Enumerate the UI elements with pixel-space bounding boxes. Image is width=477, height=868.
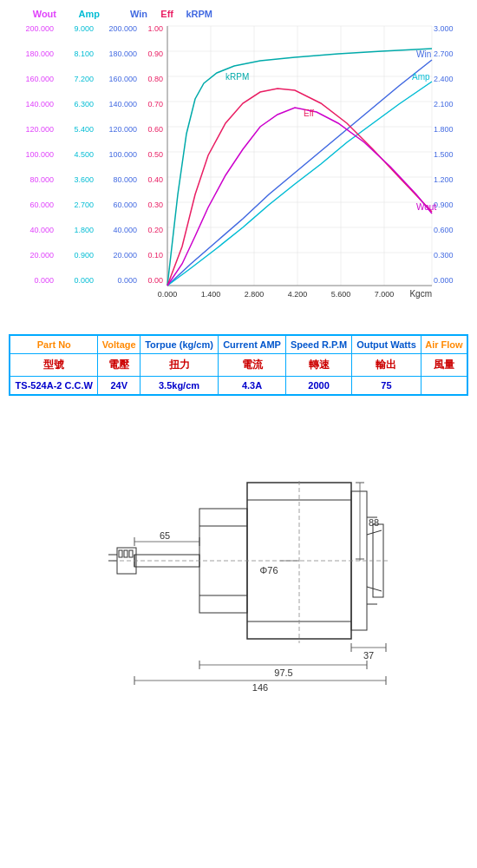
grid bbox=[167, 26, 432, 286]
svg-text:0.80: 0.80 bbox=[147, 75, 163, 83]
chart-svg: 200.000 180.000 160.000 140.000 120.000 … bbox=[9, 21, 468, 314]
svg-rect-96 bbox=[119, 550, 122, 557]
th-airflow: Air Flow bbox=[421, 335, 467, 354]
svg-text:100.000: 100.000 bbox=[25, 150, 54, 159]
diagram-section: 65 88 Φ76 37 97.5 146 bbox=[9, 413, 468, 691]
subh-output: 輸出 bbox=[352, 354, 421, 377]
svg-text:0.000: 0.000 bbox=[158, 290, 178, 299]
subh-current: 電流 bbox=[219, 354, 286, 377]
svg-text:9.000: 9.000 bbox=[74, 24, 94, 33]
dim-97-5: 97.5 bbox=[274, 667, 292, 678]
svg-text:0.000: 0.000 bbox=[74, 276, 94, 285]
svg-text:0.40: 0.40 bbox=[147, 175, 163, 184]
svg-text:200.000: 200.000 bbox=[25, 24, 54, 33]
subh-torque: 扭力 bbox=[140, 354, 218, 377]
svg-text:0.900: 0.900 bbox=[74, 251, 94, 260]
wout-y-labels: 200.000 180.000 160.000 140.000 120.000 … bbox=[25, 24, 54, 285]
td-part-no: TS-524A-2 C.C.W bbox=[10, 377, 98, 396]
svg-text:0.70: 0.70 bbox=[147, 100, 163, 108]
td-voltage: 24V bbox=[98, 377, 140, 396]
svg-text:1.00: 1.00 bbox=[147, 24, 163, 33]
th-torque: Torpue (kg/cm) bbox=[140, 335, 218, 354]
chart-container: Wout Amp Win Eff kRPM 200.000 180.000 16… bbox=[9, 9, 468, 321]
subh-part-no: 型號 bbox=[10, 354, 98, 377]
dim-phi76: Φ76 bbox=[259, 565, 278, 575]
x-axis-label: Kgcm bbox=[409, 289, 432, 299]
td-current: 4.3A bbox=[219, 377, 286, 396]
svg-text:60.000: 60.000 bbox=[113, 201, 137, 209]
svg-text:120.000: 120.000 bbox=[108, 125, 137, 134]
svg-text:2.400: 2.400 bbox=[434, 75, 454, 83]
win-header: Win bbox=[100, 9, 147, 19]
svg-text:4.200: 4.200 bbox=[288, 290, 308, 299]
dim-146: 146 bbox=[252, 682, 268, 691]
eff-header: Eff bbox=[147, 9, 173, 19]
svg-line-86 bbox=[367, 530, 382, 535]
svg-text:5.600: 5.600 bbox=[331, 290, 351, 299]
svg-text:160.000: 160.000 bbox=[108, 75, 137, 83]
svg-text:1.200: 1.200 bbox=[434, 175, 454, 184]
wout-curve bbox=[167, 108, 432, 286]
svg-text:2.800: 2.800 bbox=[245, 290, 265, 299]
svg-text:140.000: 140.000 bbox=[25, 100, 54, 108]
svg-text:180.000: 180.000 bbox=[108, 49, 137, 58]
svg-text:2.100: 2.100 bbox=[434, 100, 454, 108]
svg-text:3.600: 3.600 bbox=[74, 175, 94, 184]
svg-text:0.900: 0.900 bbox=[434, 201, 454, 209]
svg-text:20.000: 20.000 bbox=[29, 251, 54, 260]
svg-text:0.600: 0.600 bbox=[434, 226, 454, 234]
svg-text:3.000: 3.000 bbox=[434, 24, 454, 33]
svg-text:5.400: 5.400 bbox=[74, 125, 94, 134]
amp-header: Amp bbox=[56, 9, 100, 19]
svg-text:100.000: 100.000 bbox=[108, 150, 137, 159]
eff-y-labels: 1.00 0.90 0.80 0.70 0.60 0.50 0.40 0.30 … bbox=[147, 24, 163, 285]
svg-text:8.100: 8.100 bbox=[74, 49, 94, 58]
svg-text:6.300: 6.300 bbox=[74, 100, 94, 108]
svg-text:7.200: 7.200 bbox=[74, 75, 94, 83]
svg-text:0.20: 0.20 bbox=[147, 226, 163, 234]
td-torque: 3.5kg/cm bbox=[140, 377, 218, 396]
td-speed: 2000 bbox=[285, 377, 351, 396]
chart-section: Wout Amp Win Eff kRPM 200.000 180.000 16… bbox=[0, 0, 477, 326]
th-part-no: Part No bbox=[10, 335, 98, 354]
krpm-header: kRPM bbox=[173, 9, 212, 19]
amp-curve bbox=[167, 82, 432, 286]
svg-text:0.000: 0.000 bbox=[117, 276, 137, 285]
svg-text:1.800: 1.800 bbox=[74, 226, 94, 234]
svg-text:1.800: 1.800 bbox=[434, 125, 454, 134]
svg-text:80.000: 80.000 bbox=[113, 175, 137, 184]
krpm-y-labels: 3.000 2.700 2.400 2.100 1.800 1.500 1.20… bbox=[434, 24, 454, 285]
diagram-svg: 65 88 Φ76 37 97.5 146 bbox=[65, 413, 412, 691]
subh-speed: 轉速 bbox=[285, 354, 351, 377]
svg-text:20.000: 20.000 bbox=[113, 251, 137, 260]
diagram-drawing: 65 88 Φ76 37 97.5 146 bbox=[108, 481, 390, 691]
th-voltage: Voltage bbox=[98, 335, 140, 354]
dim-88: 88 bbox=[369, 517, 379, 528]
svg-text:1.500: 1.500 bbox=[434, 150, 454, 159]
table-header-row-1: Part No Voltage Torpue (kg/cm) Current A… bbox=[10, 335, 467, 354]
amp-label: Amp bbox=[412, 72, 430, 82]
svg-text:2.700: 2.700 bbox=[74, 201, 94, 209]
svg-text:4.500: 4.500 bbox=[74, 150, 94, 159]
svg-text:40.000: 40.000 bbox=[113, 226, 137, 234]
svg-text:0.50: 0.50 bbox=[147, 150, 163, 159]
table-data-row: TS-524A-2 C.C.W 24V 3.5kg/cm 4.3A 2000 7… bbox=[10, 377, 467, 396]
th-output: Output Watts bbox=[352, 335, 421, 354]
svg-text:200.000: 200.000 bbox=[108, 24, 137, 33]
svg-text:40.000: 40.000 bbox=[29, 226, 54, 234]
eff-label: Eff bbox=[304, 108, 314, 118]
th-current: Current AMP bbox=[219, 335, 286, 354]
amp-y-labels: 9.000 8.100 7.200 6.300 5.400 4.500 3.60… bbox=[74, 24, 94, 285]
svg-text:1.400: 1.400 bbox=[201, 290, 221, 299]
win-label: Win bbox=[416, 49, 431, 59]
svg-text:60.000: 60.000 bbox=[29, 201, 54, 209]
td-airflow bbox=[421, 377, 467, 396]
dim-65: 65 bbox=[160, 530, 170, 541]
dim-37: 37 bbox=[363, 650, 374, 661]
svg-text:80.000: 80.000 bbox=[29, 175, 54, 184]
subh-airflow: 風量 bbox=[421, 354, 467, 377]
x-axis-labels: 0.000 1.400 2.800 4.200 5.600 7.000 bbox=[158, 290, 395, 299]
subh-voltage: 電壓 bbox=[98, 354, 140, 377]
specs-table: Part No Voltage Torpue (kg/cm) Current A… bbox=[9, 334, 468, 396]
svg-text:0.000: 0.000 bbox=[434, 276, 454, 285]
